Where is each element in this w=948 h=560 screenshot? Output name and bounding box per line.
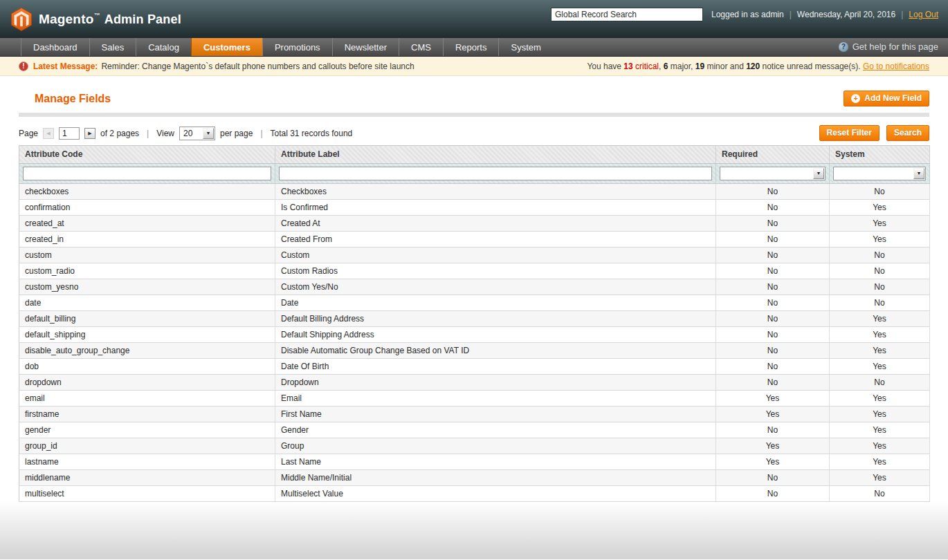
table-row[interactable]: group_idGroupYesYes bbox=[19, 438, 930, 454]
table-row[interactable]: emailEmailYesYes bbox=[19, 391, 930, 407]
logout-link[interactable]: Log Out bbox=[909, 10, 938, 19]
per-page-select[interactable]: 20 ▼ bbox=[179, 127, 215, 140]
cell-system: Yes bbox=[830, 407, 930, 422]
cell-code: date bbox=[19, 295, 275, 311]
table-row[interactable]: confirmationIs ConfirmedNoYes bbox=[19, 200, 930, 216]
title-divider bbox=[19, 113, 929, 117]
table-row[interactable]: dropdownDropdownNoNo bbox=[19, 375, 930, 391]
cell-label: Custom Radios bbox=[275, 263, 716, 279]
trademark: ™ bbox=[94, 12, 100, 19]
reset-filter-button[interactable]: Reset Filter bbox=[819, 125, 879, 141]
separator: | bbox=[147, 129, 149, 138]
cell-label: Default Billing Address bbox=[275, 311, 716, 327]
cell-label: Last Name bbox=[275, 454, 716, 470]
of-pages-text: of 2 pages bbox=[100, 129, 139, 138]
table-row[interactable]: middlenameMiddle Name/InitialNoYes bbox=[19, 470, 930, 486]
page-label: Page bbox=[19, 129, 38, 138]
page-number-input[interactable] bbox=[59, 127, 80, 140]
minor-count: 19 bbox=[695, 62, 704, 71]
cell-system: Yes bbox=[830, 422, 930, 438]
column-header-required[interactable]: Required bbox=[716, 146, 830, 164]
table-row[interactable]: custom_yesnoCustom Yes/NoNoNo bbox=[19, 279, 930, 295]
cell-code: custom_yesno bbox=[19, 279, 275, 295]
table-row[interactable]: multiselectMultiselect ValueNoNo bbox=[19, 486, 930, 502]
summary-prefix: You have bbox=[587, 62, 623, 71]
cell-label: Gender bbox=[275, 422, 716, 438]
chevron-down-icon: ▼ bbox=[203, 128, 214, 139]
cell-required: No bbox=[716, 375, 830, 391]
previous-page-button[interactable]: ◀ bbox=[43, 128, 54, 139]
cell-system: No bbox=[830, 295, 930, 311]
cell-required: No bbox=[716, 295, 830, 311]
cell-system: Yes bbox=[830, 311, 930, 327]
cell-required: No bbox=[716, 422, 830, 438]
nav-item-newsletter[interactable]: Newsletter bbox=[332, 38, 399, 56]
cell-required: No bbox=[716, 470, 830, 486]
table-row[interactable]: default_shippingDefault Shipping Address… bbox=[19, 327, 930, 343]
nav-item-promotions[interactable]: Promotions bbox=[262, 38, 332, 56]
required-filter-select[interactable]: ▼ bbox=[720, 167, 826, 180]
next-page-button[interactable]: ▶ bbox=[84, 128, 95, 139]
go-to-notifications-link[interactable]: Go to notifications bbox=[863, 62, 929, 71]
table-row[interactable]: dobDate Of BirthNoYes bbox=[19, 359, 930, 375]
table-row[interactable]: created_atCreated AtNoYes bbox=[19, 216, 930, 232]
nav-item-catalog[interactable]: Catalog bbox=[136, 38, 191, 56]
cell-system: No bbox=[830, 184, 930, 200]
column-header-attribute-code[interactable]: Attribute Code bbox=[19, 146, 275, 164]
cell-code: custom bbox=[19, 248, 275, 263]
column-header-system[interactable]: System bbox=[830, 146, 930, 164]
logged-in-text: Logged in as admin bbox=[711, 10, 784, 19]
get-help-link[interactable]: ? Get help for this page bbox=[839, 38, 938, 55]
cell-label: Default Shipping Address bbox=[275, 327, 716, 343]
table-row[interactable]: dateDateNoNo bbox=[19, 295, 930, 311]
help-label: Get help for this page bbox=[853, 41, 938, 52]
user-info: Logged in as admin | Wednesday, April 20… bbox=[711, 10, 938, 19]
filter-actions: Reset Filter Search bbox=[819, 125, 929, 141]
cell-code: dob bbox=[19, 359, 275, 375]
plus-icon: + bbox=[851, 94, 860, 103]
table-row[interactable]: created_inCreated FromNoYes bbox=[19, 232, 930, 248]
critical-label: critical bbox=[633, 62, 659, 71]
brand: Magento™Admin Panel bbox=[11, 8, 181, 31]
attribute-label-filter-input[interactable] bbox=[279, 167, 712, 180]
table-row[interactable]: default_billingDefault Billing AddressNo… bbox=[19, 311, 930, 327]
table-row[interactable]: genderGenderNoYes bbox=[19, 422, 930, 438]
nav-item-customers[interactable]: Customers bbox=[191, 38, 262, 56]
add-new-field-button[interactable]: + Add New Field bbox=[844, 91, 929, 106]
grid-header: Attribute Code Attribute Label Required … bbox=[19, 146, 930, 184]
table-row[interactable]: customCustomNoNo bbox=[19, 248, 930, 263]
cell-label: Created From bbox=[275, 232, 716, 248]
table-row[interactable]: checkboxesCheckboxesNoNo bbox=[19, 184, 930, 200]
nav-item-cms[interactable]: CMS bbox=[399, 38, 443, 56]
cell-label: Custom Yes/No bbox=[275, 279, 716, 295]
attribute-code-filter-input[interactable] bbox=[23, 167, 271, 180]
cell-code: middlename bbox=[19, 470, 275, 486]
table-row[interactable]: firstnameFirst NameYesYes bbox=[19, 407, 930, 422]
nav-item-reports[interactable]: Reports bbox=[443, 38, 499, 56]
cell-label: Created At bbox=[275, 216, 716, 232]
cell-required: No bbox=[716, 359, 830, 375]
cell-code: disable_auto_group_change bbox=[19, 343, 275, 359]
cell-label: Date bbox=[275, 295, 716, 311]
separator: | bbox=[790, 10, 792, 19]
system-filter-select[interactable]: ▼ bbox=[833, 167, 926, 180]
table-row[interactable]: lastnameLast NameYesYes bbox=[19, 454, 930, 470]
nav-item-system[interactable]: System bbox=[498, 38, 552, 56]
global-search-input[interactable] bbox=[551, 8, 703, 21]
notice-count: 120 bbox=[746, 62, 760, 71]
cell-label: Middle Name/Initial bbox=[275, 470, 716, 486]
notifications-summary: You have 13 critical, 6 major, 19 minor … bbox=[587, 62, 929, 71]
table-row[interactable]: custom_radioCustom RadiosNoNo bbox=[19, 263, 930, 279]
cell-required: Yes bbox=[716, 454, 830, 470]
minor-label: minor and bbox=[704, 62, 746, 71]
search-button[interactable]: Search bbox=[886, 125, 929, 141]
column-header-attribute-label[interactable]: Attribute Label bbox=[275, 146, 716, 164]
cell-required: No bbox=[716, 311, 830, 327]
cell-system: Yes bbox=[830, 438, 930, 454]
cell-system: Yes bbox=[830, 216, 930, 232]
nav-item-dashboard[interactable]: Dashboard bbox=[21, 38, 89, 56]
cell-required: No bbox=[716, 184, 830, 200]
nav-item-sales[interactable]: Sales bbox=[89, 38, 136, 56]
cell-required: No bbox=[716, 232, 830, 248]
table-row[interactable]: disable_auto_group_changeDisable Automat… bbox=[19, 343, 930, 359]
